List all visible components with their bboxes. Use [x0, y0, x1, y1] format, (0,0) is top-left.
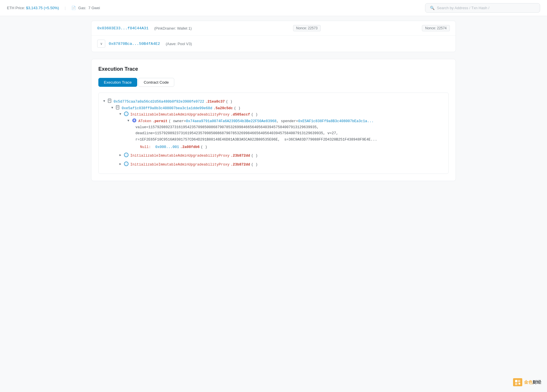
eth-price-value: $3,143.75 (+5.50%) [26, 6, 59, 10]
trace-null-method: .2a08fdb6 [180, 144, 200, 151]
trace-null-address[interactable]: 0x000...001 [155, 144, 179, 151]
tab-execution-trace[interactable]: Execution Trace [98, 78, 137, 87]
trace-method-1: .5a20c5dc [213, 105, 233, 112]
trace-params-5: ( ) [251, 162, 258, 168]
trace-null-params: ( ) [201, 144, 207, 151]
search-icon: 🔍 [430, 6, 435, 10]
section-title: Execution Trace [98, 66, 449, 72]
tx-address-1[interactable]: 0x03603E33...f84C44A31 [97, 26, 148, 30]
trace-params-4: ( ) [251, 153, 258, 159]
trace-content: ▼ 0x5d775caa7a0a56cd2d56a480b0f92e3900fe… [98, 93, 449, 174]
trace-toggle-2[interactable]: ▼ [119, 112, 123, 117]
trace-item-1: ▼ 0xe5af1c838ff9a8b3c408007bea3c1a1dde99… [103, 105, 444, 112]
trace-contract-5: InitializableImmutableAdminUpgradeabilit… [130, 162, 229, 168]
trace-contract-2: InitializableImmutableAdminUpgradeabilit… [130, 112, 229, 118]
trace-toggle-4[interactable]: ► [119, 153, 123, 158]
proxy-icon-4 [124, 153, 129, 157]
eth-icon-3 [132, 118, 137, 123]
trace-toggle-5[interactable]: ► [119, 162, 123, 167]
nonce-badge-1: Nonce: 22573 [293, 25, 321, 31]
trace-item-null: ▼ Null: 0x000...001.2a08fdb6( ) [103, 144, 444, 151]
trace-multiline-params: value=1157920892373161954235709850086879… [103, 124, 444, 143]
trace-address-1[interactable]: 0xe5af1c838ff9a8b3c408007bea3c1a1dde99e6… [122, 105, 212, 112]
tx-row-1: 0x03603E33...f84C44A31 (PinkDrainer: Wal… [91, 21, 456, 36]
trace-toggle-1[interactable]: ▼ [111, 105, 115, 111]
trace-item-0: ▼ 0x5d775caa7a0a56cd2d56a480b0f92e3900fe… [103, 99, 444, 105]
trace-item-5: ► InitializableImmutableAdminUpgradeabil… [103, 162, 444, 168]
execution-trace-section: Execution Trace Execution Trace Contract… [91, 59, 456, 181]
trace-contract-3: AToken [138, 118, 151, 125]
svg-point-10 [124, 153, 128, 157]
gas-value: 7 Gwei [88, 6, 100, 10]
search-bar[interactable]: 🔍 Search by Address / Txn Hash / [425, 3, 540, 13]
tx-row-2: ∨ 0x87870Bca...50B4fA4E2 (Aave: Pool V3) [91, 36, 456, 52]
eth-price: ETH Price: $3,143.75 (+5.50%) [7, 6, 59, 10]
doc-icon-1 [116, 105, 120, 110]
tx-label-2: (Aave: Pool V3) [166, 42, 192, 46]
proxy-icon-5 [124, 162, 129, 166]
tx-expand-button-2[interactable]: ∨ [97, 40, 105, 48]
trace-params-1: ( ) [234, 105, 241, 112]
trace-params-2: ( ) [251, 112, 258, 118]
proxy-icon-2 [124, 112, 129, 116]
eth-price-label: ETH Price: [7, 6, 25, 10]
trace-toggle-3[interactable]: ▼ [127, 118, 131, 124]
trace-method-0: .21ea0c37 [205, 99, 225, 105]
trace-method-4: .23b872dd [231, 153, 250, 159]
search-placeholder: Search by Address / Txn Hash / [437, 6, 489, 10]
tx-address-2[interactable]: 0x87870Bca...50B4fA4E2 [109, 42, 160, 46]
trace-params-3: ( owner=0x74aea9791a0074Fa6A239D54b3Be22… [169, 118, 374, 125]
svg-point-11 [124, 162, 128, 166]
trace-address-0[interactable]: 0x5d775caa7a0a56cd2d56a480b0f92e3900fe97… [114, 99, 204, 105]
nonce-badge-2: Nonce: 22574 [422, 25, 450, 31]
trace-null-label: Null: [140, 144, 151, 151]
tx-label-1: (PinkDrainer: Wallet 1) [154, 26, 192, 30]
gas-divider: | [65, 6, 66, 10]
trace-item-4: ► InitializableImmutableAdminUpgradeabil… [103, 153, 444, 159]
trace-item-2: ▼ InitializableImmutableAdminUpgradeabil… [103, 112, 444, 118]
trace-contract-4: InitializableImmutableAdminUpgradeabilit… [130, 153, 229, 159]
svg-point-6 [124, 112, 128, 116]
header-left: ETH Price: $3,143.75 (+5.50%) | 📄 Gas: 7… [7, 6, 100, 10]
gas-icon: 📄 [71, 6, 76, 10]
doc-icon-0 [108, 99, 112, 103]
header: ETH Price: $3,143.75 (+5.50%) | 📄 Gas: 7… [0, 0, 547, 16]
trace-params-0: ( ) [226, 99, 233, 105]
tx-rows-section: 0x03603E33...f84C44A31 (PinkDrainer: Wal… [91, 21, 456, 52]
main-content: 0x03603E33...f84C44A31 (PinkDrainer: Wal… [87, 21, 460, 181]
trace-method-5: .23b872dd [231, 162, 250, 168]
trace-toggle-0[interactable]: ▼ [103, 99, 107, 104]
trace-item-3: ▼ AToken.permit( owner=0x74aea9791a0074F… [103, 118, 444, 125]
gas-label: Gas: [78, 6, 86, 10]
tab-contract-code[interactable]: Contract Code [138, 78, 174, 87]
trace-method-2: .d505accf [231, 112, 250, 118]
tabs: Execution Trace Contract Code [98, 78, 449, 87]
trace-method-3: .permit [152, 118, 168, 125]
gas-info: 📄 Gas: 7 Gwei [71, 6, 100, 10]
